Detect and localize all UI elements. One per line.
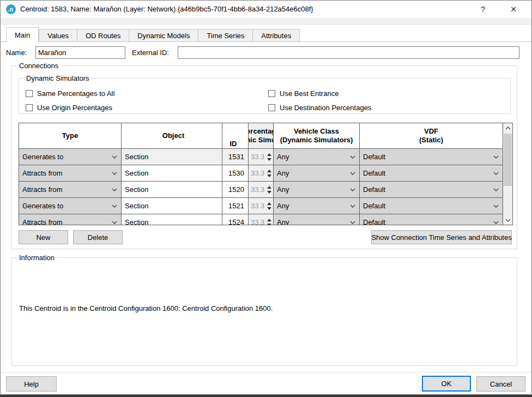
tab-time-series[interactable]: Time Series bbox=[198, 29, 253, 42]
chevron-down-icon bbox=[493, 204, 499, 208]
checkbox-use-destination-percentages[interactable]: Use Destination Percentages bbox=[268, 104, 371, 112]
object-cell[interactable]: Section bbox=[122, 149, 222, 165]
type-dropdown[interactable]: Attracts from bbox=[19, 165, 122, 181]
checkbox-box-icon[interactable] bbox=[26, 90, 33, 97]
ok-button[interactable]: OK bbox=[422, 376, 471, 392]
vdf-dropdown[interactable]: Default bbox=[360, 198, 503, 214]
id-cell[interactable]: 1524 bbox=[222, 214, 249, 225]
external-id-input[interactable] bbox=[178, 46, 519, 59]
name-input[interactable] bbox=[35, 46, 125, 59]
connections-group-label: Connections bbox=[17, 62, 61, 70]
table-row: Attracts from Section 1520 33.3 Any Defa… bbox=[19, 182, 503, 198]
checkbox-box-icon[interactable] bbox=[26, 104, 33, 111]
new-button[interactable]: New bbox=[19, 230, 68, 244]
vehicle-class-dropdown[interactable]: Any bbox=[274, 182, 360, 197]
title-bar: n Centroid: 1583, Name: Marañon (Layer: … bbox=[1, 1, 531, 18]
dialog-window: n Centroid: 1583, Name: Marañon (Layer: … bbox=[0, 0, 532, 395]
spinner-buttons[interactable] bbox=[266, 149, 273, 165]
object-cell[interactable]: Section bbox=[122, 182, 222, 197]
information-text: This Centroid is in the Centroid Configu… bbox=[19, 304, 273, 312]
vehicle-class-dropdown[interactable]: Any bbox=[274, 198, 360, 214]
chevron-down-icon bbox=[350, 188, 355, 191]
chevron-down-icon bbox=[493, 221, 499, 224]
tab-attributes[interactable]: Attributes bbox=[253, 29, 300, 42]
chevron-down-icon bbox=[493, 188, 499, 191]
percentage-spinner[interactable]: 33.3 bbox=[249, 214, 274, 225]
scrollbar-thumb[interactable] bbox=[504, 134, 512, 186]
dynamic-simulators-groupbox: Dynamic Simulators Same Percentages to A… bbox=[19, 78, 511, 114]
chevron-down-icon bbox=[350, 221, 355, 224]
chevron-down-icon bbox=[493, 172, 499, 175]
spin-down-icon[interactable] bbox=[267, 191, 271, 194]
scroll-down-icon[interactable] bbox=[503, 215, 512, 225]
table-row: Generates to Section 1531 33.3 Any Defau… bbox=[19, 149, 503, 165]
vehicle-class-dropdown[interactable]: Any bbox=[274, 214, 360, 225]
spinner-buttons[interactable] bbox=[266, 214, 273, 225]
object-cell[interactable]: Section bbox=[122, 214, 222, 225]
chevron-down-icon bbox=[112, 188, 117, 191]
vehicle-class-dropdown[interactable]: Any bbox=[274, 165, 360, 181]
object-cell[interactable]: Section bbox=[122, 165, 222, 181]
spinner-buttons[interactable] bbox=[266, 165, 273, 181]
type-dropdown[interactable]: Attracts from bbox=[19, 182, 122, 197]
checkbox-box-icon[interactable] bbox=[268, 90, 275, 97]
percentage-spinner[interactable]: 33.3 bbox=[249, 149, 274, 165]
spin-down-icon[interactable] bbox=[267, 224, 271, 225]
vdf-dropdown[interactable]: Default bbox=[360, 165, 503, 181]
object-cell[interactable]: Section bbox=[122, 198, 222, 214]
delete-button[interactable]: Delete bbox=[73, 230, 123, 244]
spin-up-icon[interactable] bbox=[267, 153, 271, 156]
chevron-down-icon bbox=[112, 221, 117, 224]
spin-up-icon[interactable] bbox=[267, 202, 271, 205]
cancel-button[interactable]: Cancel bbox=[476, 376, 525, 392]
tab-values[interactable]: Values bbox=[39, 29, 77, 42]
id-cell[interactable]: 1521 bbox=[222, 198, 249, 214]
chevron-down-icon bbox=[112, 172, 117, 175]
table-row: Attracts from Section 1530 33.3 Any Defa… bbox=[19, 165, 503, 182]
type-dropdown[interactable]: Generates to bbox=[19, 198, 122, 214]
checkbox-use-best-entrance[interactable]: Use Best Entrance bbox=[268, 89, 338, 98]
help-button[interactable]: Help bbox=[6, 376, 57, 392]
percentage-spinner[interactable]: 33.3 bbox=[249, 198, 274, 214]
tab-od-routes[interactable]: OD Routes bbox=[77, 29, 129, 42]
close-icon[interactable]: × bbox=[501, 1, 526, 17]
information-groupbox: Information This Centroid is in the Cent… bbox=[11, 257, 517, 366]
tab-main[interactable]: Main bbox=[6, 27, 39, 42]
column-header-percentage: Percentage (Dynamic Simulators) bbox=[249, 123, 274, 148]
titlebar-help-button[interactable]: ? bbox=[470, 1, 495, 17]
vdf-dropdown[interactable]: Default bbox=[360, 182, 503, 197]
spin-up-icon[interactable] bbox=[267, 170, 271, 172]
checkbox-box-icon[interactable] bbox=[268, 104, 275, 111]
spin-up-icon[interactable] bbox=[267, 186, 271, 189]
chevron-down-icon bbox=[350, 204, 355, 208]
column-header-type: Type bbox=[19, 123, 122, 148]
chevron-down-icon bbox=[493, 155, 499, 159]
spin-down-icon[interactable] bbox=[267, 175, 271, 177]
vehicle-class-dropdown[interactable]: Any bbox=[274, 149, 360, 165]
checkbox-same-percentages[interactable]: Same Percentages to All bbox=[26, 89, 114, 98]
id-cell[interactable]: 1520 bbox=[222, 182, 249, 197]
column-header-vdf: VDF (Static) bbox=[360, 123, 503, 148]
window-title: Centroid: 1583, Name: Marañon (Layer: Ne… bbox=[20, 1, 313, 18]
spin-down-icon[interactable] bbox=[267, 158, 271, 161]
spinner-buttons[interactable] bbox=[266, 198, 273, 214]
percentage-spinner[interactable]: 33.3 bbox=[249, 165, 274, 181]
show-connection-time-series-button[interactable]: Show Connection Time Series and Attribut… bbox=[371, 230, 512, 244]
id-cell[interactable]: 1531 bbox=[222, 149, 249, 165]
spinner-buttons[interactable] bbox=[266, 182, 273, 197]
tab-bar: Main Values OD Routes Dynamic Models Tim… bbox=[6, 27, 300, 42]
scroll-up-icon[interactable] bbox=[503, 123, 512, 133]
vdf-dropdown[interactable]: Default bbox=[360, 214, 503, 225]
table-scrollbar[interactable] bbox=[503, 123, 512, 225]
table-row: Attracts from Section 1524 33.3 Any Defa… bbox=[19, 214, 503, 225]
svg-text:n: n bbox=[10, 6, 14, 13]
checkbox-use-origin-percentages[interactable]: Use Origin Percentages bbox=[26, 104, 112, 112]
spin-down-icon[interactable] bbox=[267, 207, 271, 210]
percentage-spinner[interactable]: 33.3 bbox=[249, 182, 274, 197]
id-cell[interactable]: 1530 bbox=[222, 165, 249, 181]
type-dropdown[interactable]: Attracts from bbox=[19, 214, 122, 225]
type-dropdown[interactable]: Generates to bbox=[19, 149, 122, 165]
tab-dynamic-models[interactable]: Dynamic Models bbox=[129, 29, 198, 42]
spin-up-icon[interactable] bbox=[267, 219, 271, 221]
vdf-dropdown[interactable]: Default bbox=[360, 149, 503, 165]
